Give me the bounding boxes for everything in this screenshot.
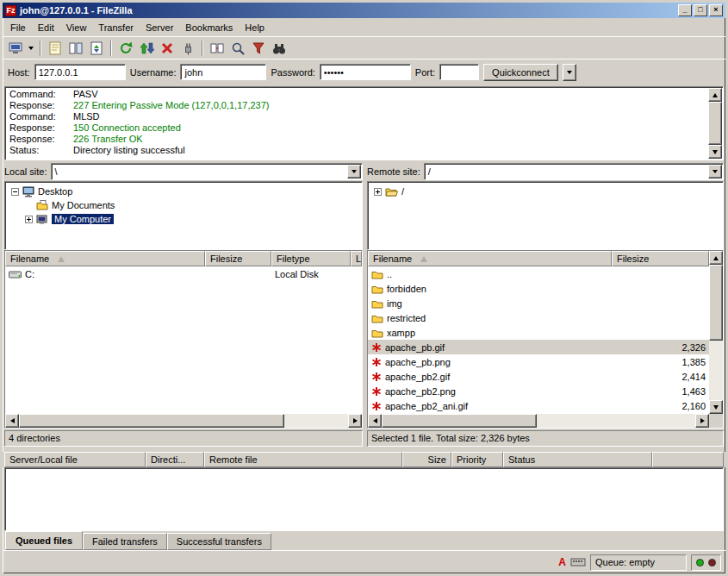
- filter-icon[interactable]: [248, 39, 269, 58]
- column-header-filename[interactable]: Filename: [368, 251, 612, 266]
- collapse-icon[interactable]: [11, 188, 19, 196]
- remote-file-row[interactable]: apache_pb2.gif 2,414: [368, 369, 709, 384]
- local-status-text: 4 directories: [4, 430, 363, 447]
- quickconnect-button[interactable]: Quickconnect: [483, 64, 558, 81]
- column-header-filetype[interactable]: Filetype: [271, 251, 351, 266]
- menu-server[interactable]: Server: [140, 20, 179, 35]
- quickconnect-dropdown-icon[interactable]: [563, 64, 576, 81]
- refresh-icon[interactable]: [115, 39, 136, 58]
- remote-list-body[interactable]: .. forbidden img: [368, 266, 709, 414]
- scroll-down-icon[interactable]: [708, 145, 722, 159]
- port-input[interactable]: [439, 64, 479, 80]
- column-header-filesize[interactable]: Filesize: [205, 251, 271, 266]
- menu-view[interactable]: View: [60, 20, 93, 35]
- menu-file[interactable]: File: [4, 20, 32, 35]
- remote-file-row[interactable]: img: [368, 296, 709, 310]
- scroll-up-icon[interactable]: [708, 88, 722, 102]
- scrollbar-thumb[interactable]: [19, 414, 284, 428]
- file-name: forbidden: [387, 284, 426, 294]
- expand-icon[interactable]: [374, 188, 382, 196]
- remote-vertical-scrollbar[interactable]: [709, 251, 723, 414]
- log-line: Status:Directory listing successful: [9, 145, 706, 156]
- site-manager-icon[interactable]: [5, 39, 26, 58]
- file-name: restricted: [387, 313, 426, 323]
- log-label: Command:: [9, 89, 73, 100]
- log-text: 226 Transfer OK: [73, 134, 143, 145]
- queue-column-priority[interactable]: Priority: [451, 452, 503, 467]
- scroll-left-icon[interactable]: [368, 414, 382, 428]
- remote-file-row[interactable]: ..: [368, 266, 709, 281]
- remote-file-row[interactable]: apache_pb.png 1,385: [368, 354, 709, 369]
- file-size: 2,414: [612, 372, 709, 382]
- scrollbar-thumb[interactable]: [709, 265, 723, 341]
- remote-file-row-selected[interactable]: apache_pb.gif 2,326: [368, 340, 709, 354]
- queue-column-remote-file[interactable]: Remote file: [204, 452, 402, 467]
- minimize-button[interactable]: _: [678, 4, 692, 16]
- window-controls: _ □ ×: [678, 4, 723, 16]
- remote-site-combo[interactable]: /: [424, 163, 724, 180]
- local-list-body[interactable]: C: Local Disk: [5, 266, 362, 414]
- queue-column-direction[interactable]: Directi...: [146, 452, 204, 467]
- find-icon[interactable]: [269, 39, 289, 58]
- remote-file-row[interactable]: forbidden: [368, 281, 709, 296]
- column-header-lastmodified[interactable]: L: [351, 251, 362, 266]
- combo-dropdown-icon[interactable]: [347, 165, 361, 178]
- combo-dropdown-icon[interactable]: [708, 165, 722, 178]
- disconnect-icon[interactable]: [177, 39, 198, 58]
- directory-compare-icon[interactable]: [207, 39, 227, 58]
- scroll-up-icon[interactable]: [709, 251, 723, 265]
- toolbar-separator: [110, 41, 112, 56]
- log-scrollbar[interactable]: [708, 88, 722, 159]
- toolbar: [3, 36, 725, 59]
- tree-item-desktop[interactable]: Desktop: [7, 185, 360, 198]
- remote-horizontal-scrollbar[interactable]: [368, 414, 723, 428]
- local-horizontal-scrollbar[interactable]: [5, 414, 362, 428]
- local-file-row[interactable]: C: Local Disk: [5, 266, 362, 281]
- tab-queued-files[interactable]: Queued files: [5, 531, 83, 550]
- remote-file-row[interactable]: apache_pb2.png 1,463: [368, 384, 709, 398]
- column-header-filename[interactable]: Filename: [5, 251, 205, 266]
- site-manager-dropdown-icon[interactable]: [26, 39, 36, 58]
- search-icon[interactable]: [227, 39, 248, 58]
- queue-column-status[interactable]: Status: [503, 452, 652, 467]
- queue-list[interactable]: [4, 467, 724, 531]
- logview-toggle-icon[interactable]: [45, 39, 65, 58]
- queue-column-size[interactable]: Size: [402, 452, 451, 467]
- tab-failed-transfers[interactable]: Failed transfers: [83, 533, 167, 550]
- local-site-combo[interactable]: \: [51, 163, 363, 180]
- remote-file-row[interactable]: apache_pb2_ani.gif 2,160: [368, 398, 709, 413]
- host-input[interactable]: [34, 64, 126, 80]
- scroll-down-icon[interactable]: [709, 400, 723, 414]
- menu-bookmarks[interactable]: Bookmarks: [179, 20, 239, 35]
- scroll-right-icon[interactable]: [695, 414, 709, 428]
- titlebar[interactable]: Fz john@127.0.0.1 - FileZilla _ □ ×: [3, 3, 725, 18]
- cancel-icon[interactable]: [157, 39, 177, 58]
- column-header-filesize[interactable]: Filesize: [612, 251, 709, 266]
- column-label: Filesize: [617, 254, 649, 264]
- password-input[interactable]: [320, 64, 411, 80]
- menu-help[interactable]: Help: [239, 20, 271, 35]
- expand-icon[interactable]: [25, 216, 33, 223]
- tree-item-root[interactable]: /: [370, 185, 721, 198]
- scrollbar-thumb[interactable]: [708, 102, 722, 145]
- tab-successful-transfers[interactable]: Successful transfers: [167, 533, 271, 550]
- scrollbar-thumb[interactable]: [382, 414, 537, 428]
- column-label: Directi...: [151, 454, 185, 465]
- treeview-toggle-icon[interactable]: [65, 39, 86, 58]
- remote-file-row[interactable]: xampp: [368, 325, 709, 340]
- menu-edit[interactable]: Edit: [32, 20, 60, 35]
- username-input[interactable]: [180, 64, 266, 80]
- scroll-left-icon[interactable]: [5, 414, 19, 428]
- menu-transfer[interactable]: Transfer: [92, 20, 140, 35]
- activity-led-panel: [691, 554, 721, 571]
- tree-item-my-computer[interactable]: My Computer: [7, 212, 360, 226]
- process-queue-icon[interactable]: [136, 39, 157, 58]
- remote-file-row[interactable]: restricted: [368, 310, 709, 325]
- maximize-button[interactable]: □: [694, 4, 707, 16]
- close-button[interactable]: ×: [709, 4, 723, 16]
- pane-status-row: 4 directories Selected 1 file. Total siz…: [3, 429, 725, 448]
- tree-item-my-documents[interactable]: My Documents: [7, 198, 360, 212]
- queueview-toggle-icon[interactable]: [86, 39, 107, 58]
- scroll-right-icon[interactable]: [348, 414, 362, 428]
- queue-column-server-local-file[interactable]: Server/Local file: [4, 452, 146, 467]
